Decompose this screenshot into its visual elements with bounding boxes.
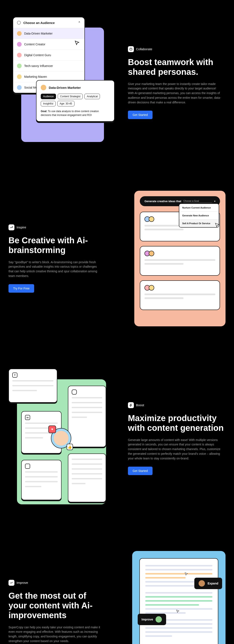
persona-card: Data-Driven Marketer Audience Content St… bbox=[36, 80, 115, 122]
prompt-prefix: Generate creative ideas that bbox=[144, 200, 181, 203]
tag: Audience bbox=[41, 94, 56, 99]
cursor-icon bbox=[176, 610, 180, 613]
dropdown-option[interactable]: Digital Content Guru bbox=[13, 50, 84, 60]
goal-menu-item[interactable]: Nurture Current Audience bbox=[179, 204, 219, 212]
chevron-up-icon: ⌃ bbox=[78, 21, 81, 24]
collaborate-illustration: Choose an Audience ⌃ Data-Driven Markete… bbox=[9, 17, 110, 148]
post-facebook: f bbox=[9, 369, 57, 403]
improve-desc: SuperCopy can help you easily take your … bbox=[9, 625, 102, 644]
option-label: Marketing Maven bbox=[24, 75, 47, 78]
collaborate-icon bbox=[128, 46, 134, 52]
prompt-placeholder: Choose a Goal bbox=[183, 200, 212, 203]
chevron-down-icon: ▾ bbox=[214, 200, 215, 202]
get-started-button[interactable]: Get Started bbox=[128, 110, 152, 119]
persona-card-title: Data-Driven Marketer bbox=[49, 86, 81, 90]
section-boost: f ◎ in ✉ ♥ 👍 Boost Max bbox=[0, 352, 234, 534]
option-label: Content Creator bbox=[24, 42, 45, 46]
instagram-icon: ◎ bbox=[72, 390, 77, 394]
badge-label: Inspire bbox=[17, 226, 26, 229]
mail-icon: ✉ bbox=[25, 464, 30, 469]
pill-label: Expand bbox=[207, 582, 218, 585]
dropdown-option[interactable]: Data-Driven Marketer bbox=[13, 28, 84, 39]
collaborate-desc: Give your marketing team the power to in… bbox=[128, 82, 221, 105]
boost-heading: Maximize productivity with content gener… bbox=[128, 413, 225, 433]
avatar-icon bbox=[17, 85, 22, 90]
tag: Content Strategist bbox=[58, 94, 83, 99]
badge-label: Collaborate bbox=[136, 47, 152, 51]
avatar-icon bbox=[149, 216, 154, 222]
collaborate-text: Collaborate Boost teamwork with shared p… bbox=[128, 46, 225, 119]
inspire-badge: Inspire bbox=[9, 224, 26, 230]
collaborate-badge: Collaborate bbox=[128, 46, 152, 52]
improve-text: Improve Get the most out of your content… bbox=[9, 580, 106, 644]
persona-goal: Goal: To use data analysis to drive cont… bbox=[41, 109, 110, 117]
document-card: Expand Improve Simplify bbox=[139, 558, 218, 644]
dropdown-header-label: Choose an Audience bbox=[23, 21, 55, 24]
avatar-icon bbox=[149, 251, 154, 256]
try-for-free-button[interactable]: Try For Free bbox=[9, 284, 34, 293]
facebook-icon: f bbox=[12, 372, 18, 378]
goal-menu-item[interactable]: Generate New Audience bbox=[179, 212, 219, 220]
linkedin-icon: in bbox=[25, 415, 30, 420]
avatar-icon bbox=[17, 42, 22, 46]
post-instagram: ◎ bbox=[68, 386, 106, 447]
section-collaborate: Choose an Audience ⌃ Data-Driven Markete… bbox=[0, 0, 234, 174]
avatar-icon bbox=[17, 31, 22, 36]
avatar-icon bbox=[17, 74, 22, 79]
tag: Analytical bbox=[84, 94, 100, 99]
collaborate-heading: Boost teamwork with shared personas. bbox=[128, 57, 225, 77]
improve-badge: Improve bbox=[9, 580, 28, 586]
avatar-icon bbox=[155, 616, 162, 623]
section-improve: Improve Get the most out of your content… bbox=[0, 534, 234, 644]
badge-label: Improve bbox=[17, 581, 28, 584]
boost-text: Boost Maximize productivity with content… bbox=[128, 402, 225, 475]
inspire-text: Inspire Be Creative with Ai-brainstormin… bbox=[9, 224, 106, 293]
improve-illustration: Expand Improve Simplify bbox=[132, 551, 225, 644]
boost-badge: Boost bbox=[128, 402, 144, 408]
get-started-button[interactable]: Get Started bbox=[128, 467, 152, 475]
empty-circle-icon bbox=[17, 21, 21, 24]
avatar-icon bbox=[198, 580, 205, 587]
section-inspire: Inspire Be Creative with Ai-brainstormin… bbox=[0, 174, 234, 352]
goal-label: Goal: bbox=[41, 110, 47, 113]
post-email: ✉ bbox=[21, 460, 62, 500]
thumbs-up-icon: 👍 bbox=[67, 444, 73, 450]
heart-icon: ♥ bbox=[48, 426, 56, 433]
option-label: Tech-savvy Influencer bbox=[24, 64, 53, 68]
dropdown-option[interactable]: Content Creator bbox=[13, 39, 84, 50]
improve-icon bbox=[9, 580, 15, 586]
expand-pill[interactable]: Expand bbox=[194, 578, 222, 589]
avatar-icon bbox=[17, 53, 22, 58]
improve-heading: Get the most out of your content with Ai… bbox=[9, 591, 106, 620]
post-generic bbox=[68, 454, 106, 502]
inspire-heading: Be Creative with Ai-brainstorming bbox=[9, 236, 106, 255]
avatar-icon bbox=[149, 285, 154, 290]
pill-label: Improve bbox=[141, 618, 153, 621]
cursor-icon bbox=[214, 222, 220, 228]
option-label: Data-Driven Marketer bbox=[24, 32, 53, 35]
avatar-icon bbox=[17, 64, 22, 68]
boost-icon bbox=[128, 402, 134, 408]
goal-text: To use data analysis to drive content cr… bbox=[41, 110, 99, 116]
goal-menu[interactable]: Nurture Current Audience Generate New Au… bbox=[179, 204, 219, 228]
cursor-icon bbox=[184, 572, 188, 576]
dropdown-option[interactable]: Tech-savvy Influencer bbox=[13, 60, 84, 72]
boost-desc: Generate large amounts of content with e… bbox=[128, 438, 221, 461]
avatar-icon bbox=[41, 85, 46, 90]
idea-card bbox=[140, 280, 220, 310]
dropdown-header[interactable]: Choose an Audience ⌃ bbox=[13, 18, 84, 28]
boost-illustration: f ◎ in ✉ ♥ 👍 bbox=[9, 369, 110, 508]
improve-pill[interactable]: Improve bbox=[138, 614, 166, 625]
avatar-icon bbox=[54, 431, 69, 446]
center-avatar: ♥ 👍 bbox=[51, 428, 71, 448]
option-label: Digital Content Guru bbox=[24, 54, 51, 57]
persona-tags: Audience Content Strategist Analytical I… bbox=[41, 94, 110, 106]
inspire-illustration: Generate creative ideas that Choose a Go… bbox=[134, 191, 225, 326]
tag: Age: 30-45 bbox=[57, 101, 75, 106]
goal-menu-item[interactable]: Sell A Product Or Service bbox=[179, 220, 219, 227]
inspire-icon bbox=[9, 224, 15, 230]
idea-card bbox=[140, 246, 220, 276]
tag: Insightful bbox=[41, 101, 56, 106]
badge-label: Boost bbox=[136, 403, 144, 407]
svg-point-0 bbox=[130, 48, 132, 50]
